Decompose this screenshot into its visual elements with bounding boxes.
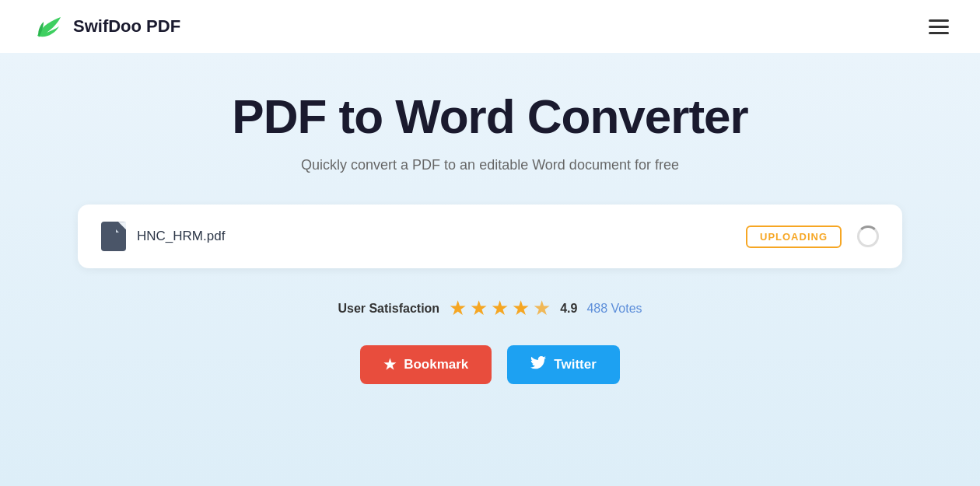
hero-section: PDF to Word Converter Quickly convert a … <box>0 53 980 486</box>
star-1: ★ <box>449 296 467 320</box>
stars-container: ★ ★ ★ ★ ★ <box>449 296 551 320</box>
brand-name: SwifDoo PDF <box>73 16 180 37</box>
star-2: ★ <box>470 296 488 320</box>
hamburger-line-2 <box>929 26 949 28</box>
loading-spinner <box>857 226 879 247</box>
upload-right: UPLOADING <box>746 226 879 248</box>
twitter-button[interactable]: Twitter <box>507 345 619 384</box>
rating-label: User Satisfaction <box>338 302 439 316</box>
file-name: HNC_HRM.pdf <box>137 229 225 244</box>
navbar: SwifDoo PDF <box>0 0 980 53</box>
file-info: HNC_HRM.pdf <box>101 222 225 251</box>
bookmark-star-icon: ★ <box>383 356 396 373</box>
page-title: PDF to Word Converter <box>31 90 949 143</box>
logo-area: SwifDoo PDF <box>31 9 180 44</box>
hamburger-menu[interactable] <box>929 19 949 34</box>
file-icon <box>101 222 126 251</box>
upload-status-badge: UPLOADING <box>746 226 842 248</box>
hamburger-line-1 <box>929 19 949 22</box>
star-4: ★ <box>512 296 530 320</box>
bookmark-label: Bookmark <box>404 357 468 372</box>
hamburger-line-3 <box>929 32 949 34</box>
twitter-label: Twitter <box>554 357 596 372</box>
logo-icon <box>31 9 65 44</box>
twitter-bird-icon <box>530 356 546 373</box>
rating-score: 4.9 <box>560 302 577 316</box>
star-5-half: ★ <box>533 296 551 320</box>
bookmark-button[interactable]: ★ Bookmark <box>360 345 492 384</box>
votes-count: 488 Votes <box>586 302 642 316</box>
upload-box: HNC_HRM.pdf UPLOADING <box>78 205 902 268</box>
hero-subtitle: Quickly convert a PDF to an editable Wor… <box>31 157 949 173</box>
rating-row: User Satisfaction ★ ★ ★ ★ ★ 4.9 488 Vote… <box>31 296 949 320</box>
star-3: ★ <box>491 296 509 320</box>
buttons-row: ★ Bookmark Twitter <box>31 345 949 384</box>
